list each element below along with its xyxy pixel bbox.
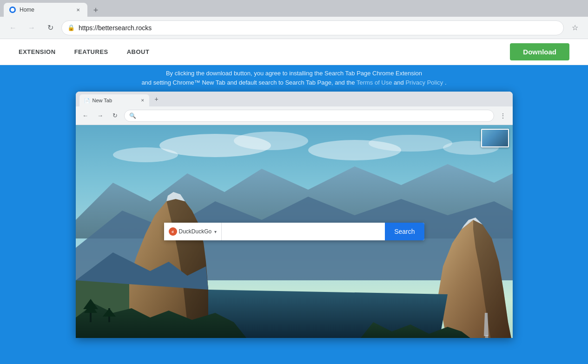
duckduckgo-icon: d: [169, 227, 177, 236]
download-button[interactable]: Download: [510, 43, 569, 60]
address-bar-container[interactable]: 🔒: [61, 20, 564, 35]
mock-tab-doc-icon: 📄: [84, 98, 90, 103]
site-navigation: EXTENSION FEATURES ABOUT Download: [0, 39, 588, 65]
mock-toolbar: ← → ↻ 🔍 ⋮: [76, 106, 513, 125]
search-overlay: d DuckDuckGo ▾ Search: [164, 223, 424, 240]
mock-refresh-button[interactable]: ↻: [109, 110, 121, 122]
mock-new-tab-button[interactable]: +: [151, 93, 162, 105]
tab-close-button[interactable]: ✕: [74, 6, 82, 13]
nav-extension[interactable]: EXTENSION: [19, 48, 56, 55]
browser-toolbar: ← → ↻ 🔒 ☆: [0, 17, 588, 39]
bookmark-button[interactable]: ☆: [568, 20, 582, 35]
security-icon: 🔒: [67, 24, 75, 31]
mock-address-bar[interactable]: 🔍: [124, 110, 494, 122]
mountain-scene: d DuckDuckGo ▾ Search: [76, 125, 513, 338]
search-input[interactable]: [222, 223, 385, 240]
mock-browser-window: 📄 New Tab ✕ + ← → ↻ 🔍 ⋮: [76, 92, 513, 338]
engine-dropdown-icon: ▾: [214, 229, 217, 234]
mock-forward-button[interactable]: →: [94, 110, 106, 122]
nav-links: EXTENSION FEATURES ABOUT: [19, 48, 510, 55]
background-thumbnail[interactable]: [481, 129, 509, 147]
engine-name: DuckDuckGo: [179, 228, 212, 235]
mock-tab-title: New Tab: [92, 98, 138, 103]
svg-point-4: [369, 135, 452, 152]
mock-content: d DuckDuckGo ▾ Search: [76, 125, 513, 338]
new-tab-button[interactable]: +: [89, 4, 102, 17]
back-button[interactable]: ←: [6, 20, 20, 35]
tab-bar: Home ✕ +: [0, 0, 588, 17]
disclaimer-line2: and setting Chrome™ New Tab and default …: [141, 78, 446, 87]
mock-tab-close[interactable]: ✕: [141, 98, 145, 103]
active-tab[interactable]: Home ✕: [4, 3, 87, 17]
disclaimer-text: By clicking the download button, you agr…: [123, 65, 465, 92]
terms-link[interactable]: Terms of Use: [357, 79, 392, 86]
browser-frame: Home ✕ + ← → ↻ 🔒 ☆ EXTENSION FEATURES AB…: [0, 0, 588, 364]
search-button[interactable]: Search: [385, 223, 424, 240]
mock-active-tab: 📄 New Tab ✕: [79, 94, 149, 106]
tab-favicon: [9, 7, 16, 13]
forward-button[interactable]: →: [24, 20, 39, 35]
svg-point-2: [234, 132, 308, 150]
main-content: By clicking the download button, you agr…: [0, 65, 588, 364]
mock-menu-button[interactable]: ⋮: [497, 110, 509, 122]
address-input[interactable]: [79, 24, 558, 32]
nav-about[interactable]: ABOUT: [127, 48, 150, 55]
disclaimer-line1: By clicking the download button, you agr…: [141, 69, 446, 78]
tab-title: Home: [20, 7, 71, 13]
refresh-button[interactable]: ↻: [43, 20, 58, 35]
privacy-link[interactable]: Privacy Policy: [405, 79, 443, 86]
mock-back-button[interactable]: ←: [79, 110, 92, 122]
mock-tab-bar: 📄 New Tab ✕ +: [76, 92, 513, 106]
svg-point-5: [113, 147, 178, 162]
thumbnail-image: [482, 130, 508, 146]
search-engine-selector[interactable]: d DuckDuckGo ▾: [164, 223, 222, 240]
nav-features[interactable]: FEATURES: [74, 48, 108, 55]
mock-search-icon: 🔍: [129, 113, 136, 119]
